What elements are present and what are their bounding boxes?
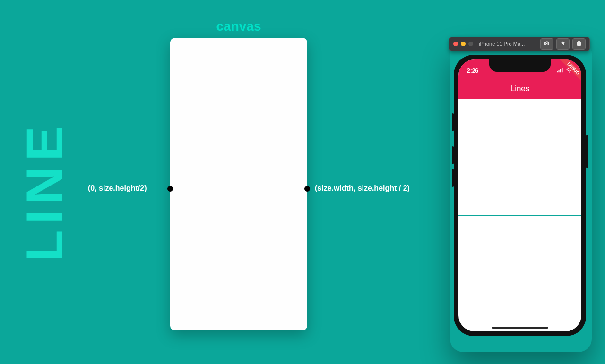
simulator-toolbar: iPhone 11 Pro Ma... bbox=[449, 37, 590, 51]
clipboard-icon bbox=[576, 40, 582, 48]
app-bar: Lines bbox=[458, 78, 581, 99]
signal-icon bbox=[557, 68, 563, 74]
diagram-stage: LINE canvas (0, size.height/2) (size.wid… bbox=[0, 0, 605, 364]
phone-notch bbox=[489, 59, 551, 72]
phone-screen: DEBUG 2:26 Lines bbox=[458, 59, 581, 331]
minimize-icon[interactable] bbox=[461, 42, 466, 46]
canvas-heading: canvas bbox=[170, 19, 307, 34]
line-end-coord: (size.width, size.height / 2) bbox=[315, 184, 410, 193]
close-icon[interactable] bbox=[453, 42, 458, 46]
home-icon bbox=[560, 40, 566, 48]
drawn-line bbox=[458, 215, 581, 216]
svg-rect-1 bbox=[559, 70, 560, 72]
window-traffic-lights[interactable] bbox=[453, 42, 473, 46]
line-end-dot bbox=[304, 186, 310, 192]
phone-frame: DEBUG 2:26 Lines bbox=[454, 55, 586, 336]
canvas-card bbox=[170, 38, 307, 330]
title-vertical: LINE bbox=[14, 121, 74, 262]
svg-rect-0 bbox=[557, 71, 558, 72]
simulator-title: iPhone 11 Pro Ma... bbox=[479, 41, 537, 47]
svg-rect-2 bbox=[560, 69, 561, 72]
home-indicator bbox=[492, 327, 548, 329]
camera-icon bbox=[544, 40, 550, 48]
zoom-icon[interactable] bbox=[468, 42, 473, 46]
rotate-button[interactable] bbox=[572, 38, 586, 50]
line-start-coord: (0, size.height/2) bbox=[88, 184, 147, 193]
home-button[interactable] bbox=[556, 38, 570, 50]
svg-rect-3 bbox=[562, 68, 563, 72]
app-bar-title: Lines bbox=[510, 84, 530, 93]
line-start-dot bbox=[167, 186, 173, 192]
screenshot-button[interactable] bbox=[540, 38, 553, 50]
status-time: 2:26 bbox=[467, 68, 478, 74]
